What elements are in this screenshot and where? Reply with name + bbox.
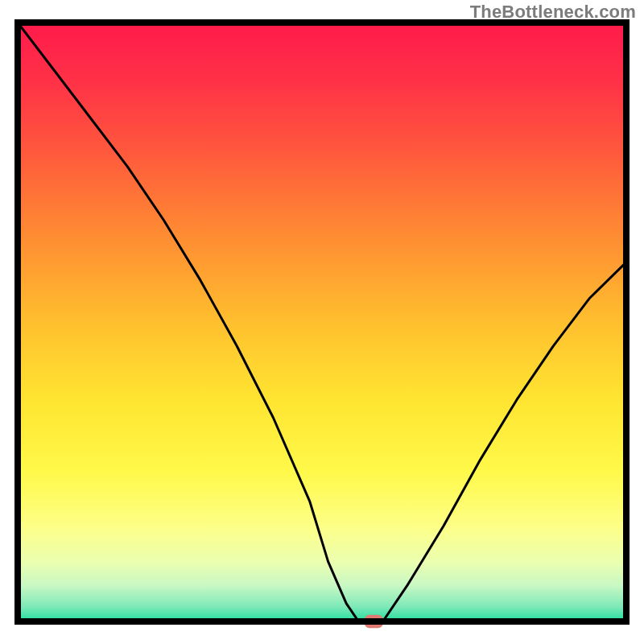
- plot-background: [18, 23, 626, 621]
- chart-svg: [0, 0, 644, 644]
- chart-container: TheBottleneck.com: [0, 0, 644, 644]
- watermark-text: TheBottleneck.com: [470, 2, 636, 23]
